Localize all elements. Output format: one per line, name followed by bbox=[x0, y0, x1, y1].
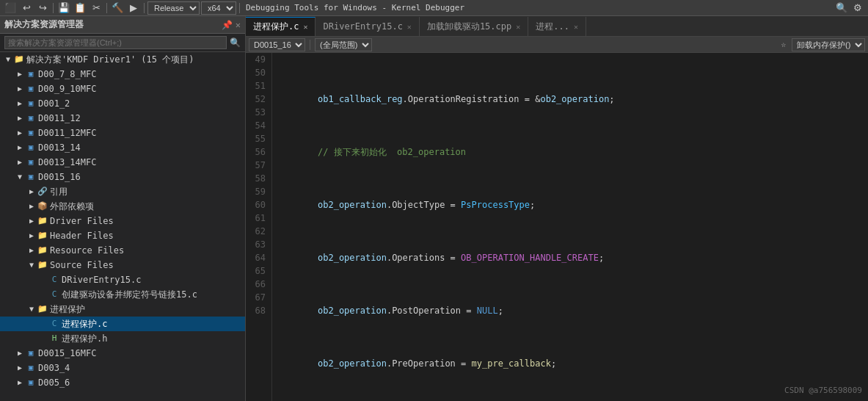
arrow-waibuyilaixiang: ▶ bbox=[26, 200, 37, 213]
label-waibuyilaixiang: 外部依赖项 bbox=[50, 200, 94, 213]
sep3 bbox=[144, 3, 145, 13]
code-editor[interactable]: ob1_callback_reg.OperationRegistration =… bbox=[272, 53, 868, 401]
ln-60: 60 bbox=[255, 198, 266, 212]
tab-close-jiazai[interactable]: ✕ bbox=[516, 23, 520, 31]
scope-selector[interactable]: (全局范围) bbox=[315, 38, 372, 51]
label-D00_9_10MFC: D00_9_10MFC bbox=[38, 82, 96, 95]
tree-item-D0013_14MFC[interactable]: ▶ ▣ D0013_14MFC bbox=[0, 155, 245, 170]
label-jincheng-h: 进程保护.h bbox=[62, 332, 107, 345]
icon-D005_6: ▣ bbox=[25, 376, 37, 389]
tree-item-source-files[interactable]: ▼ 📁 Source Files bbox=[0, 258, 245, 272]
arrow-header-files: ▶ bbox=[26, 229, 37, 242]
arrow-yinyong: ▶ bbox=[26, 185, 37, 198]
sidebar-title: 解决方案资源管理器 bbox=[4, 18, 84, 31]
sep4 bbox=[239, 3, 240, 13]
toolbar-btn-1[interactable]: ⬛ bbox=[3, 1, 18, 15]
icon-waibuyilaixiang: 📦 bbox=[37, 200, 48, 213]
editor-sep1 bbox=[310, 40, 310, 50]
config-dropdown[interactable]: ReleaseRelease bbox=[147, 1, 200, 15]
sidebar-pin[interactable]: 📌 bbox=[222, 20, 233, 30]
file-selector[interactable]: D0015_16 bbox=[249, 38, 305, 51]
tree-item-resource-files[interactable]: ▶ 📁 Resource Files bbox=[0, 243, 245, 258]
toolbar-btn-5[interactable]: 📋 bbox=[73, 1, 87, 15]
ln-64: 64 bbox=[255, 251, 266, 264]
toolbar-btn-3[interactable]: ↪ bbox=[35, 1, 50, 15]
label-header-files: Header Files bbox=[50, 229, 114, 242]
tree-item-D00_7_8_MFC[interactable]: ▶ ▣ D00_7_8_MFC bbox=[0, 67, 245, 82]
solution-root[interactable]: ▼ 📁 解决方案'KMDF Driver1' (15 个项目) bbox=[0, 52, 245, 67]
ln-53: 53 bbox=[255, 106, 266, 119]
tree-item-driver-entry[interactable]: ▶ C DRiverEntry15.c bbox=[0, 272, 245, 287]
tab-close-jincheng-c[interactable]: ✕ bbox=[303, 23, 307, 31]
ln-58: 58 bbox=[255, 172, 266, 185]
icon-D0013_14MFC: ▣ bbox=[25, 156, 37, 169]
sidebar-search-bar: 🔍 bbox=[0, 34, 245, 52]
ln-52: 52 bbox=[255, 93, 266, 106]
search-input[interactable] bbox=[4, 36, 227, 49]
toolbar-btn-2[interactable]: ↩ bbox=[19, 1, 34, 15]
tree-item-create-driver[interactable]: ▶ C 创建驱动设备并绑定符号链接15.c bbox=[0, 287, 245, 302]
icon-jincheng-folder: 📁 bbox=[37, 303, 48, 316]
ln-65: 65 bbox=[255, 264, 266, 278]
code-52: ob2_operation.Operations = OB_OPERATION_… bbox=[282, 251, 604, 264]
ln-54: 54 bbox=[255, 119, 266, 132]
label-D0013_14: D0013_14 bbox=[38, 141, 81, 154]
code-line-51: ob2_operation.ObjectType = PsProcessType… bbox=[278, 198, 862, 212]
icon-jincheng-c: C bbox=[48, 317, 60, 330]
icon-D0013_14: ▣ bbox=[25, 141, 37, 154]
toolbar-btn-7[interactable]: 🔨 bbox=[110, 1, 125, 15]
tree-item-D0015_16[interactable]: ▼ ▣ D0015_16 bbox=[0, 170, 245, 184]
tree-item-jincheng-folder[interactable]: ▼ 📁 进程保护 bbox=[0, 302, 245, 317]
ln-50: 50 bbox=[255, 66, 266, 79]
tree-item-D0015_16MFC[interactable]: ▶ ▣ D0015_16MFC bbox=[0, 346, 245, 361]
label-jincheng-c: 进程保护.c bbox=[62, 317, 107, 330]
tree-item-jincheng-h[interactable]: ▶ H 进程保护.h bbox=[0, 331, 245, 346]
arrow-D0013_14MFC: ▶ bbox=[15, 156, 25, 169]
sidebar-header: 解决方案资源管理器 📌 ✕ bbox=[0, 16, 245, 34]
editor-area: 进程保护.c ✕ DRiverEntry15.c ✕ 加载卸载驱动15.cpp … bbox=[246, 16, 868, 401]
tree-item-jincheng-c[interactable]: ▶ C 进程保护.c bbox=[0, 317, 245, 331]
tree-item-yinyong[interactable]: ▶ 🔗 引用 bbox=[0, 184, 245, 199]
tab-jincheng2[interactable]: 进程... ✕ bbox=[528, 17, 586, 36]
tree-item-D0013_14[interactable]: ▶ ▣ D0013_14 bbox=[0, 140, 245, 155]
tree-item-D001_2[interactable]: ▶ ▣ D001_2 bbox=[0, 96, 245, 111]
tab-driver-entry[interactable]: DRiverEntry15.c ✕ bbox=[316, 17, 419, 36]
tab-label-jiazai: 加载卸载驱动15.cpp bbox=[427, 21, 511, 33]
icon-jincheng-h: H bbox=[48, 332, 60, 345]
solution-arrow: ▼ bbox=[3, 53, 13, 66]
tree-item-driver-files[interactable]: ▶ 📁 Driver Files bbox=[0, 214, 245, 228]
tab-close-jincheng2[interactable]: ✕ bbox=[574, 23, 578, 31]
sidebar-close[interactable]: ✕ bbox=[236, 20, 241, 30]
toolbar-btn-4[interactable]: 💾 bbox=[56, 1, 71, 15]
search-icon: 🔍 bbox=[230, 37, 241, 48]
tree-item-D00_9_10MFC[interactable]: ▶ ▣ D00_9_10MFC bbox=[0, 82, 245, 96]
sidebar-controls: 📌 ✕ bbox=[222, 20, 241, 30]
solution-icon: 📁 bbox=[13, 53, 25, 66]
sep2 bbox=[106, 3, 107, 13]
tree-item-waibuyilaixiang[interactable]: ▶ 📦 外部依赖项 bbox=[0, 199, 245, 214]
code-container[interactable]: 49 50 51 52 53 54 55 56 57 58 59 60 61 6… bbox=[246, 53, 868, 401]
function-selector[interactable]: 卸载内存保护() bbox=[792, 38, 865, 51]
tab-jincheng-baohu-c[interactable]: 进程保护.c ✕ bbox=[246, 17, 316, 36]
label-D0013_14MFC: D0013_14MFC bbox=[38, 156, 96, 169]
tree-item-D0011_12[interactable]: ▶ ▣ D0011_12 bbox=[0, 111, 245, 126]
arrow-D0015_16MFC: ▶ bbox=[15, 347, 25, 360]
tree-item-D005_6[interactable]: ▶ ▣ D005_6 bbox=[0, 375, 245, 390]
code-line-50: // 接下来初始化 ob2_operation bbox=[278, 145, 862, 159]
tab-label-driver-entry: DRiverEntry15.c bbox=[323, 21, 402, 32]
icon-resource-files: 📁 bbox=[37, 244, 48, 257]
tree-view[interactable]: ▼ 📁 解决方案'KMDF Driver1' (15 个项目) ▶ ▣ D00_… bbox=[0, 52, 245, 401]
toolbar-btn-8[interactable]: ▶ bbox=[126, 1, 141, 15]
tab-jiazai[interactable]: 加载卸载驱动15.cpp ✕ bbox=[420, 17, 528, 36]
tab-close-driver-entry[interactable]: ✕ bbox=[407, 23, 412, 31]
platform-dropdown[interactable]: x64x64 bbox=[201, 1, 236, 15]
toolbar-btn-settings[interactable]: ⚙ bbox=[850, 1, 865, 15]
tree-item-D0011_12MFC[interactable]: ▶ ▣ D0011_12MFC bbox=[0, 126, 245, 140]
toolbar-btn-6[interactable]: ✂ bbox=[89, 1, 103, 15]
tree-item-header-files[interactable]: ▶ 📁 Header Files bbox=[0, 228, 245, 243]
toolbar-btn-search[interactable]: 🔍 bbox=[834, 1, 849, 15]
arrow-driver-files: ▶ bbox=[26, 214, 37, 228]
editor-toolbar: D0015_16 (全局范围) ☆ 卸载内存保护() bbox=[246, 37, 868, 53]
code-line-52: ob2_operation.Operations = OB_OPERATION_… bbox=[278, 251, 862, 264]
tree-item-D003_4[interactable]: ▶ ▣ D003_4 bbox=[0, 361, 245, 375]
